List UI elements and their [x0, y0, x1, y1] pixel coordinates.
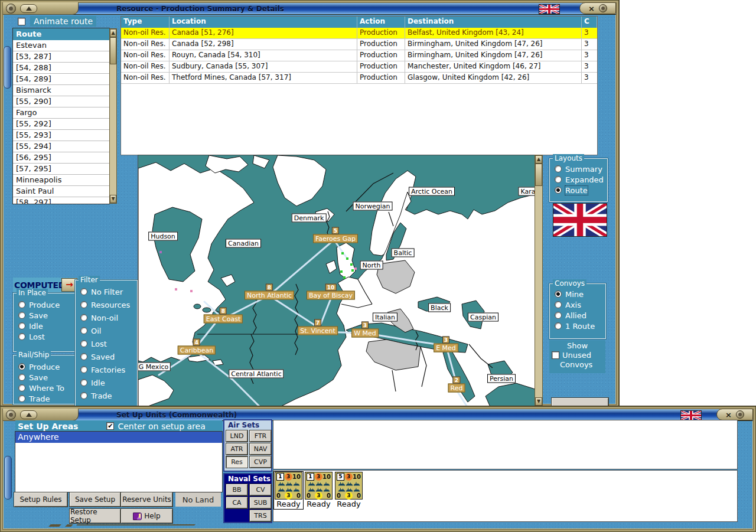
table-row[interactable]: Non-oil Res.Canada [51, 276]ProductionBe… [121, 28, 597, 39]
scroll-up-icon[interactable]: ▲ [535, 155, 542, 164]
radio-button[interactable] [80, 353, 87, 360]
route-list-item[interactable]: [58, 297] [13, 197, 109, 204]
setup-rules-button[interactable]: Setup Rules [14, 492, 67, 507]
route-list[interactable]: Route Estevan[53, 287][54, 288][54, 289]… [13, 28, 109, 204]
sea-zone-label[interactable]: North [360, 261, 383, 270]
radio-option[interactable]: Oil [77, 324, 136, 337]
setup-titlebar[interactable]: Set Up Units (Commonwealth) × [3, 409, 753, 421]
column-header[interactable]: Type [121, 17, 170, 28]
sea-zone-label[interactable]: Kara [518, 187, 535, 196]
sea-zone-label[interactable]: Faeroes Gap5 [313, 234, 358, 243]
scroll-up-icon[interactable]: ▲ [110, 29, 116, 37]
radio-option[interactable]: No Filter [77, 285, 136, 298]
radio-option[interactable]: Saved [77, 350, 136, 363]
radio-option[interactable]: Factories [77, 363, 136, 376]
sea-zone-label[interactable]: Caspian [468, 313, 498, 322]
route-list-item[interactable]: [54, 288] [13, 63, 109, 74]
sea-zone-label[interactable]: Canadian [226, 239, 261, 248]
atr-set-button[interactable]: ATR [226, 443, 247, 455]
radio-option[interactable]: Axis [551, 299, 604, 310]
sea-zone-label[interactable]: W Med3 [351, 329, 379, 338]
sea-zone-label[interactable]: Bay of Biscay10 [307, 291, 355, 300]
ca-set-button[interactable]: CA [226, 497, 247, 508]
route-list-item[interactable]: Bismarck [13, 85, 109, 96]
radio-option[interactable]: Summary [551, 164, 606, 174]
setup-areas-list[interactable]: Anywhere [15, 432, 222, 492]
radio-button[interactable] [18, 384, 25, 391]
sea-zone-label[interactable]: Denmark [292, 214, 327, 223]
route-list-item[interactable]: [55, 292] [13, 119, 109, 130]
collapse-button[interactable] [20, 4, 37, 13]
radio-button[interactable] [18, 333, 25, 340]
column-header[interactable]: Action [357, 17, 405, 28]
radio-button[interactable] [18, 395, 25, 402]
sea-zone-label[interactable]: Norwegian [353, 202, 393, 211]
radio-option[interactable]: Lost [77, 337, 136, 350]
trs-set-button[interactable]: TRS [250, 510, 271, 521]
radio-option[interactable]: Route [551, 185, 606, 195]
animate-route-checkbox[interactable] [18, 18, 25, 25]
sea-zone-label[interactable]: Central Atlantic [229, 370, 284, 378]
sub-set-button[interactable]: SUB [250, 497, 271, 508]
radio-option[interactable]: Expanded [551, 174, 606, 185]
radio-option[interactable]: Where To [15, 383, 76, 393]
reserve-units-button[interactable]: Reserve Units [121, 492, 172, 507]
partial-button[interactable] [552, 398, 608, 406]
sea-zone-label[interactable]: East Coast8 [204, 315, 243, 324]
radio-button[interactable] [80, 314, 87, 321]
column-header[interactable]: Location [170, 17, 357, 28]
map-scrollbar[interactable]: ▲ ▼ [535, 155, 543, 406]
radio-option[interactable]: Trade [15, 393, 76, 404]
radio-button[interactable] [18, 301, 25, 308]
table-row[interactable]: Non-oil Res.Thetford Mines, Canada [57, … [121, 73, 597, 84]
radio-option[interactable]: Produce [15, 361, 76, 372]
res-set-button[interactable]: Res [226, 456, 247, 468]
radio-button[interactable] [555, 312, 562, 319]
convoy-unit[interactable]: 5310030Ready [334, 472, 363, 509]
radio-option[interactable]: Idle [15, 321, 76, 331]
column-header[interactable]: Destination [405, 17, 582, 28]
route-list-item[interactable]: [55, 290] [13, 96, 109, 107]
table-row[interactable]: Non-oil Res.Sudbury, Canada [55, 307]Pro… [121, 61, 597, 73]
sea-zone-label[interactable]: G Mexico [138, 363, 171, 371]
radio-option[interactable]: Resources [77, 298, 136, 311]
map-viewport[interactable]: HudsonCanadianDenmarkFaeroes Gap5Norwegi… [138, 155, 535, 407]
close-button[interactable]: × [716, 409, 753, 420]
route-list-item[interactable]: [56, 295] [13, 152, 109, 164]
table-row[interactable]: Non-oil Res.Rouyn, Canada [54, 310]Produ… [121, 50, 597, 61]
radio-button[interactable] [555, 176, 562, 183]
lnd-set-button[interactable]: LND [226, 430, 247, 442]
save-setup-button[interactable]: Save Setup [70, 492, 120, 507]
radio-button[interactable] [18, 374, 25, 381]
radio-option[interactable]: Save [15, 372, 76, 383]
radio-option[interactable]: Allied [551, 310, 604, 321]
table-row[interactable]: Non-oil Res.Canada [52, 298]ProductionBi… [121, 39, 597, 50]
ftr-set-button[interactable]: FTR [250, 430, 271, 442]
scroll-down-icon[interactable]: ▼ [535, 397, 542, 406]
radio-option[interactable]: 1 Route [551, 321, 604, 331]
bb-set-button[interactable]: BB [226, 484, 247, 495]
route-list-item[interactable]: [54, 289] [13, 74, 109, 85]
column-header[interactable]: C [582, 17, 597, 28]
route-list-item[interactable]: [55, 294] [13, 141, 109, 152]
cvp-set-button[interactable]: CVP [250, 456, 271, 468]
nav-set-button[interactable]: NAV [250, 443, 271, 455]
collapse-button[interactable] [20, 410, 37, 419]
cv-set-button[interactable]: CV [250, 484, 271, 495]
radio-button[interactable] [18, 322, 25, 329]
sea-zone-label[interactable]: Hudson [148, 232, 178, 241]
route-list-item[interactable]: [53, 287] [13, 51, 109, 63]
help-button[interactable]: Help [121, 509, 172, 523]
radio-option[interactable]: Idle [77, 376, 136, 389]
setup-area-item[interactable]: Anywhere [15, 432, 222, 443]
sea-zone-label[interactable]: Italian [373, 313, 397, 322]
sea-zone-label[interactable]: Black [428, 303, 451, 312]
sea-zone-label[interactable]: E Med3 [434, 344, 458, 353]
radio-button[interactable] [80, 327, 87, 334]
radio-button[interactable] [80, 288, 87, 295]
radio-button[interactable] [555, 187, 562, 194]
scroll-thumb[interactable] [535, 164, 542, 186]
radio-button[interactable] [80, 392, 87, 399]
restore-setup-button[interactable]: Restore Setup [70, 509, 120, 523]
radio-button[interactable] [80, 379, 87, 386]
